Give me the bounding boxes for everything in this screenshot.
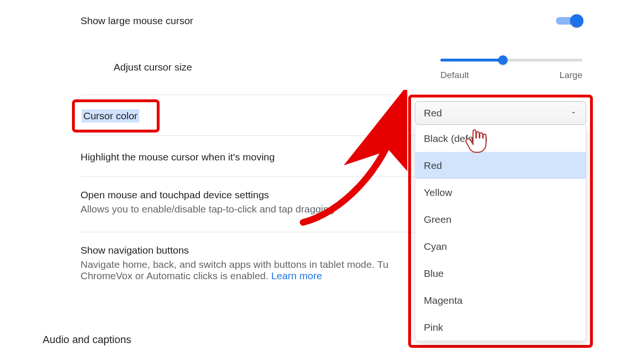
- cursor-color-dropdown-highlight: Red Black (default) Red Yellow Green Cya…: [408, 95, 593, 348]
- color-option-pink[interactable]: Pink: [415, 314, 586, 341]
- color-option-label: Yellow: [424, 187, 452, 198]
- adjust-cursor-size-label: Adjust cursor size: [114, 62, 192, 73]
- toggle-knob: [570, 14, 583, 27]
- color-option-label: Green: [424, 214, 451, 225]
- row-show-large-cursor: Show large mouse cursor: [80, 14, 582, 27]
- color-option-label: Red: [424, 160, 442, 171]
- slider-knob[interactable]: [498, 55, 508, 65]
- color-option-label: Pink: [424, 322, 443, 333]
- cursor-color-options: Black (default) Red Yellow Green Cyan Bl…: [415, 125, 586, 341]
- cursor-color-highlight: Cursor color: [72, 99, 160, 132]
- color-option-label: Black (default): [424, 133, 487, 144]
- cursor-color-selected-value: Red: [424, 107, 442, 119]
- color-option-magenta[interactable]: Magenta: [415, 287, 586, 314]
- show-large-cursor-label: Show large mouse cursor: [80, 15, 193, 26]
- section-audio-captions: Audio and captions: [43, 334, 131, 346]
- color-option-green[interactable]: Green: [415, 206, 586, 233]
- slider-labels: Default Large: [440, 70, 582, 80]
- settings-page: Show large mouse cursor Adjust cursor si…: [0, 0, 644, 362]
- cursor-color-select[interactable]: Red: [415, 101, 586, 125]
- slider-track: [440, 59, 582, 62]
- color-option-red[interactable]: Red: [415, 152, 586, 179]
- cursor-color-label: Cursor color: [81, 109, 139, 123]
- slider-max-label: Large: [559, 70, 582, 80]
- color-option-blue[interactable]: Blue: [415, 260, 586, 287]
- nav-sub-prefix: Navigate home, back, and switch apps wit…: [80, 259, 388, 270]
- color-option-cyan[interactable]: Cyan: [415, 233, 586, 260]
- color-option-label: Magenta: [424, 295, 463, 306]
- chevron-down-icon: [570, 107, 577, 119]
- learn-more-link[interactable]: Learn more: [271, 270, 322, 281]
- nav-sub-suffix: ChromeVox or Automatic clicks is enabled…: [80, 270, 271, 281]
- cursor-size-slider[interactable]: Default Large: [440, 56, 582, 80]
- color-option-label: Blue: [424, 268, 444, 279]
- color-option-yellow[interactable]: Yellow: [415, 179, 586, 206]
- show-large-cursor-toggle[interactable]: [556, 14, 582, 27]
- color-option-black[interactable]: Black (default): [415, 125, 586, 152]
- slider-fill: [440, 59, 503, 62]
- highlight-moving-label: Highlight the mouse cursor when it's mov…: [80, 151, 275, 163]
- color-option-label: Cyan: [424, 241, 447, 252]
- slider-min-label: Default: [440, 70, 469, 80]
